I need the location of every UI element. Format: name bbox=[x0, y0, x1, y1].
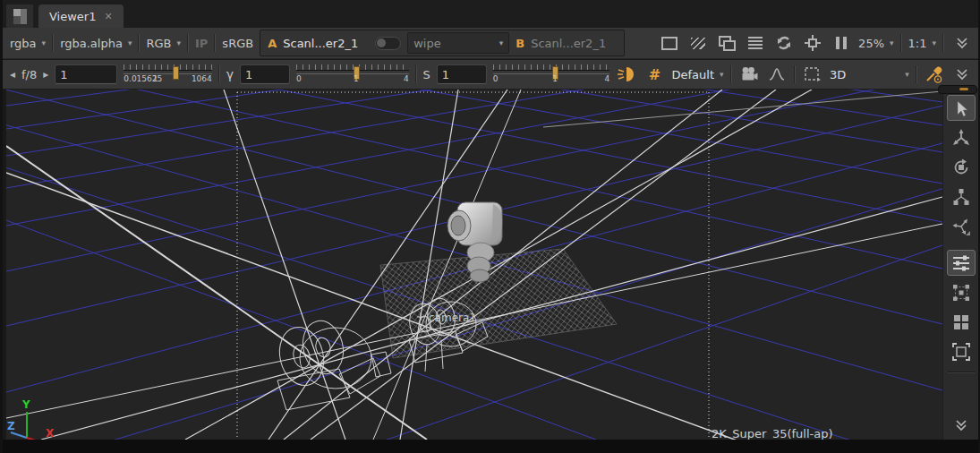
chevron-down-icon: ▾ bbox=[42, 38, 47, 47]
marquee-select-icon bbox=[804, 66, 822, 82]
scrollbar-thumb[interactable] bbox=[959, 88, 968, 90]
a-buffer-select[interactable]: Scanl...er2_1 bbox=[283, 37, 369, 50]
saturation-label: S bbox=[423, 68, 430, 81]
translate-tool-button[interactable] bbox=[947, 124, 976, 150]
lut-select[interactable]: Default ▾ bbox=[672, 68, 724, 81]
frame-selected-button[interactable] bbox=[947, 338, 976, 364]
refresh-render-button[interactable] bbox=[772, 32, 795, 54]
double-chevron-down-icon bbox=[955, 419, 967, 432]
proxy-mode-button[interactable] bbox=[715, 32, 737, 54]
viewer-toolbar-bottom: ◂ f/8 ▸ 0.015625 1 1064 γ 0 1 4 bbox=[3, 60, 980, 90]
layer-select[interactable]: rgba ▾ bbox=[10, 37, 46, 50]
display-properties-button[interactable] bbox=[947, 250, 976, 276]
lut-curve-button[interactable] bbox=[766, 64, 788, 85]
scanlines-icon bbox=[748, 37, 763, 49]
hatch-icon bbox=[691, 38, 705, 49]
pause-button[interactable] bbox=[830, 32, 852, 54]
divider bbox=[52, 34, 54, 52]
pixel-aspect-select[interactable]: 1:1 ▾ bbox=[908, 37, 936, 50]
chevron-down-icon: ▾ bbox=[890, 38, 894, 47]
divider bbox=[916, 65, 917, 83]
grid-overlay-button[interactable]: # bbox=[643, 64, 665, 85]
alpha-channel-select[interactable]: rgba.alpha ▾ bbox=[60, 37, 132, 50]
selection-mode-button[interactable] bbox=[802, 64, 823, 85]
scale-tool-button[interactable] bbox=[947, 184, 976, 209]
double-chevron-down-icon bbox=[956, 37, 968, 49]
gain-next-button[interactable]: ▸ bbox=[43, 68, 48, 81]
tab-bar: Viewer1 ✕ bbox=[3, 0, 980, 28]
quad-view-button[interactable] bbox=[947, 309, 976, 335]
toolbar2-overflow-button[interactable] bbox=[951, 64, 973, 85]
gain-gamma-enable-button[interactable] bbox=[616, 64, 637, 85]
divider bbox=[415, 65, 417, 83]
axis-indicator: Y X Z bbox=[7, 398, 55, 440]
divider bbox=[187, 34, 189, 52]
input-process-toggle[interactable]: IP bbox=[195, 37, 208, 50]
divider bbox=[794, 65, 796, 83]
viewer-side-toolbar bbox=[942, 90, 978, 440]
viewer-toolbar-top: rgba ▾ rgba.alpha ▾ RGB ▾ IP sRGB A Scan… bbox=[3, 28, 980, 59]
window-bottom-border bbox=[0, 440, 980, 453]
chevron-down-icon: ▾ bbox=[720, 70, 724, 79]
view-3d-select[interactable]: 3D ▾ bbox=[830, 68, 909, 81]
pane-menu-button[interactable] bbox=[6, 4, 33, 28]
zoom-level-select[interactable]: 25% ▾ bbox=[858, 37, 893, 50]
skew-icon bbox=[951, 217, 971, 236]
ab-compare-group: A Scanl...er2_1 wipe ▾ B Scanl...er2_1 bbox=[260, 30, 625, 56]
skew-tool-button[interactable] bbox=[947, 213, 976, 239]
tab-close-icon[interactable]: ✕ bbox=[104, 11, 112, 22]
divider bbox=[900, 34, 902, 52]
lock-camera-button[interactable] bbox=[738, 64, 760, 85]
camera1-label[interactable]: camera1 bbox=[429, 312, 476, 324]
b-buffer-select[interactable]: Scanl...er2_1 bbox=[531, 37, 617, 50]
sidebar-overflow-button[interactable] bbox=[955, 419, 967, 434]
frame-display-button[interactable] bbox=[658, 32, 680, 54]
ab-swap-toggle[interactable] bbox=[375, 37, 401, 50]
viewport-3d[interactable]: camera1 2K_Super_35(full-ap) Y X Z bbox=[6, 90, 942, 440]
display-channels-select[interactable]: RGB ▾ bbox=[146, 37, 181, 50]
saturation-slider[interactable]: 0 1 4 bbox=[493, 64, 609, 84]
quad-grid-icon bbox=[952, 313, 970, 331]
scale-icon bbox=[951, 187, 971, 207]
color-sample-button[interactable] bbox=[924, 64, 945, 85]
double-chevron-down-icon bbox=[956, 68, 968, 81]
axis-y-label: Y bbox=[21, 398, 30, 411]
frame-icon bbox=[661, 37, 677, 50]
roi-crosshair-icon bbox=[805, 35, 821, 51]
format-label: 2K_Super_35(full-ap) bbox=[712, 427, 833, 440]
divider bbox=[218, 65, 220, 83]
transform-handles-button[interactable] bbox=[947, 279, 976, 305]
gain-prev-button[interactable]: ◂ bbox=[10, 68, 15, 81]
sliders-icon bbox=[951, 254, 971, 272]
saturation-input[interactable] bbox=[437, 64, 487, 84]
axis-x-label: X bbox=[46, 427, 55, 440]
tab-viewer1[interactable]: Viewer1 ✕ bbox=[38, 4, 124, 28]
gain-slider[interactable]: 0.015625 1 1064 bbox=[124, 64, 212, 84]
camera2-wireframe[interactable] bbox=[274, 317, 391, 410]
gamma-input[interactable] bbox=[240, 64, 290, 84]
tab-title: Viewer1 bbox=[49, 10, 96, 23]
frame-brackets-icon bbox=[951, 342, 971, 362]
roi-button[interactable] bbox=[801, 32, 823, 54]
pause-icon bbox=[836, 37, 847, 49]
gamma-label: γ bbox=[226, 67, 234, 81]
select-tool-button[interactable] bbox=[947, 95, 976, 121]
toolbar-mini-scrollbar[interactable] bbox=[938, 85, 977, 94]
divider bbox=[138, 34, 140, 52]
gain-input[interactable] bbox=[55, 64, 117, 84]
checker-background-button[interactable] bbox=[686, 32, 709, 54]
toolbar-overflow-button[interactable] bbox=[950, 32, 973, 54]
movie-camera-icon bbox=[740, 66, 758, 82]
tool-flyout-triangle bbox=[966, 231, 970, 235]
wipe-mode-select[interactable]: wipe ▾ bbox=[407, 32, 509, 54]
gamma-slider[interactable]: 0 1 4 bbox=[296, 64, 409, 84]
b-buffer-label: B bbox=[516, 37, 524, 50]
chevron-down-icon: ▾ bbox=[128, 38, 132, 47]
eyedropper-icon bbox=[925, 65, 944, 83]
chevron-down-icon: ▾ bbox=[499, 38, 504, 47]
sidebar-divider bbox=[948, 372, 975, 373]
window-left-border bbox=[0, 0, 3, 453]
scanline-render-button[interactable] bbox=[744, 32, 766, 54]
viewer-colorspace[interactable]: sRGB bbox=[222, 37, 253, 50]
rotate-tool-button[interactable] bbox=[947, 154, 976, 180]
